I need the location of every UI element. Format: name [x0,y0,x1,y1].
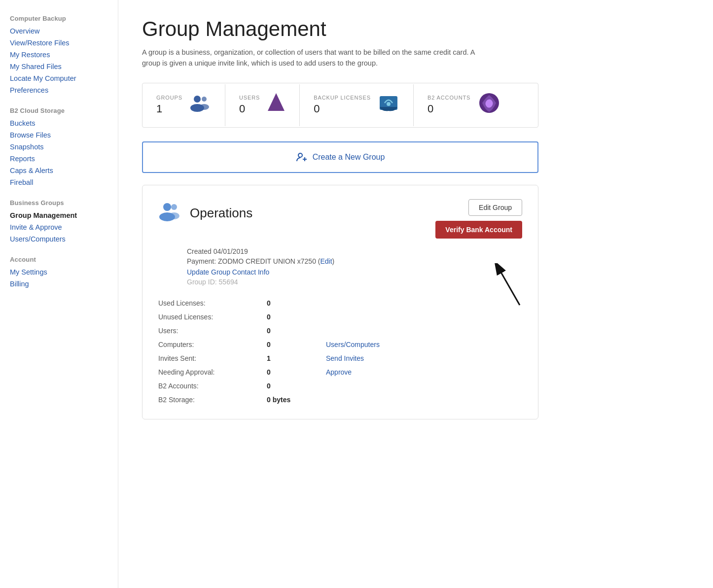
edit-group-button[interactable]: Edit Group [468,199,522,216]
stat-users-value: 0 [239,103,260,115]
gs-action-3[interactable]: Users/Computers [326,339,522,350]
page-title: Group Management [142,18,538,40]
sidebar-section-business-groups: Business Groups [10,199,108,207]
sidebar-link-my-restores[interactable]: My Restores [10,49,108,61]
group-created: Created 04/01/2019 [187,247,522,255]
stats-row: GROUPS 1 USERS 0 [142,83,538,128]
stat-b2-value: 0 [428,103,470,115]
gs-action-link-3[interactable]: Users/Computers [326,341,380,348]
sidebar-link-my-shared-files[interactable]: My Shared Files [10,61,108,72]
group-header: Operations Edit Group Verify Bank Accoun… [158,199,522,243]
gs-value-3: 0 [267,339,326,350]
sidebar-link-reports[interactable]: Reports [10,153,108,165]
svg-point-3 [199,104,209,110]
gs-label-5: Needing Approval: [158,367,267,378]
sidebar-link-group-management[interactable]: Group Management [10,209,108,221]
page-description: A group is a business, organization, or … [142,47,477,69]
gs-value-7: 0 bytes [267,394,326,405]
sidebar-link-overview[interactable]: Overview [10,25,108,37]
create-group-label: Create a New Group [313,153,385,162]
sidebar-link-view/restore-files[interactable]: View/Restore Files [10,37,108,49]
svg-point-12 [171,204,177,210]
gs-value-0: 0 [267,298,326,309]
svg-point-1 [202,97,207,102]
verify-bank-button[interactable]: Verify Bank Account [435,221,522,239]
group-actions: Edit Group Verify Bank Account [435,199,522,243]
sidebar-link-caps-&-alerts[interactable]: Caps & Alerts [10,165,108,176]
gs-label-0: Used Licenses: [158,298,267,309]
gs-action-link-4[interactable]: Send Invites [326,354,364,362]
group-name: Operations [190,206,252,221]
gs-label-7: B2 Storage: [158,394,267,405]
gs-label-3: Computers: [158,339,267,350]
sidebar-section-computer-backup: Computer Backup [10,15,108,22]
stat-groups: GROUPS 1 [143,84,225,126]
users-icon [267,92,285,118]
update-contact-link[interactable]: Update Group Contact Info [187,268,522,276]
sidebar-section-b2: B2 Cloud Storage [10,107,108,114]
payment-edit-link[interactable]: Edit [320,257,332,265]
gs-value-5: 0 [267,367,326,378]
sidebar-link-invite-&-approve[interactable]: Invite & Approve [10,221,108,233]
gs-action-7 [326,394,522,405]
sidebar-link-billing[interactable]: Billing [10,278,108,290]
group-payment: Payment: ZODMO CREDIT UNION x7250 (Edit) [187,257,522,265]
stat-b2-label: B2 ACCOUNTS [428,95,470,101]
b2-icon [477,91,501,119]
svg-marker-4 [268,93,285,111]
gs-action-6 [326,380,522,391]
svg-point-11 [163,203,171,211]
gs-value-4: 1 [267,353,326,364]
stat-b2-accounts: B2 ACCOUNTS 0 [414,83,515,127]
gs-label-4: Invites Sent: [158,353,267,364]
group-id: Group ID: 55694 [187,278,522,286]
stat-users: USERS 0 [225,84,300,126]
gs-value-1: 0 [267,311,326,322]
svg-point-0 [194,96,201,103]
sidebar-link-fireball[interactable]: Fireball [10,176,108,188]
group-icon [158,199,182,228]
gs-label-6: B2 Accounts: [158,380,267,391]
gs-action-2 [326,325,522,336]
gs-value-6: 0 [267,380,326,391]
sidebar: Computer Backup OverviewView/Restore Fil… [0,0,118,588]
stat-backup-licenses: BACKUP LICENSES 0 [300,84,414,126]
gs-label-1: Unused Licenses: [158,311,267,322]
group-stats: Used Licenses:0Unused Licenses:0Users:0C… [158,298,522,405]
gs-value-2: 0 [267,325,326,336]
gs-action-link-5[interactable]: Approve [326,368,352,376]
stat-groups-value: 1 [156,103,182,115]
sidebar-link-browse-files[interactable]: Browse Files [10,129,108,141]
svg-point-6 [387,102,391,106]
gs-label-2: Users: [158,325,267,336]
sidebar-section-account: Account [10,256,108,263]
backup-icon [378,92,399,118]
stat-users-label: USERS [239,95,260,101]
sidebar-link-preferences[interactable]: Preferences [10,84,108,96]
stat-groups-label: GROUPS [156,95,182,101]
group-name-row: Operations [158,199,252,228]
sidebar-link-locate-my-computer[interactable]: Locate My Computer [10,72,108,84]
sidebar-link-buckets[interactable]: Buckets [10,117,108,129]
gs-action-5[interactable]: Approve [326,367,522,378]
svg-point-8 [298,153,302,157]
gs-action-0 [326,298,522,309]
group-card: Operations Edit Group Verify Bank Accoun… [142,185,538,419]
sidebar-link-snapshots[interactable]: Snapshots [10,141,108,153]
create-group-button[interactable]: Create a New Group [142,141,538,173]
main-content: Group Management A group is a business, … [118,0,562,588]
sidebar-link-users/computers[interactable]: Users/Computers [10,233,108,245]
groups-icon [189,92,211,118]
gs-action-1 [326,311,522,322]
svg-point-14 [169,212,179,219]
group-meta: Created 04/01/2019 Payment: ZODMO CREDIT… [187,247,522,286]
stat-backup-value: 0 [314,103,371,115]
sidebar-link-my-settings[interactable]: My Settings [10,266,108,278]
gs-action-4[interactable]: Send Invites [326,353,522,364]
stat-backup-label: BACKUP LICENSES [314,95,371,101]
